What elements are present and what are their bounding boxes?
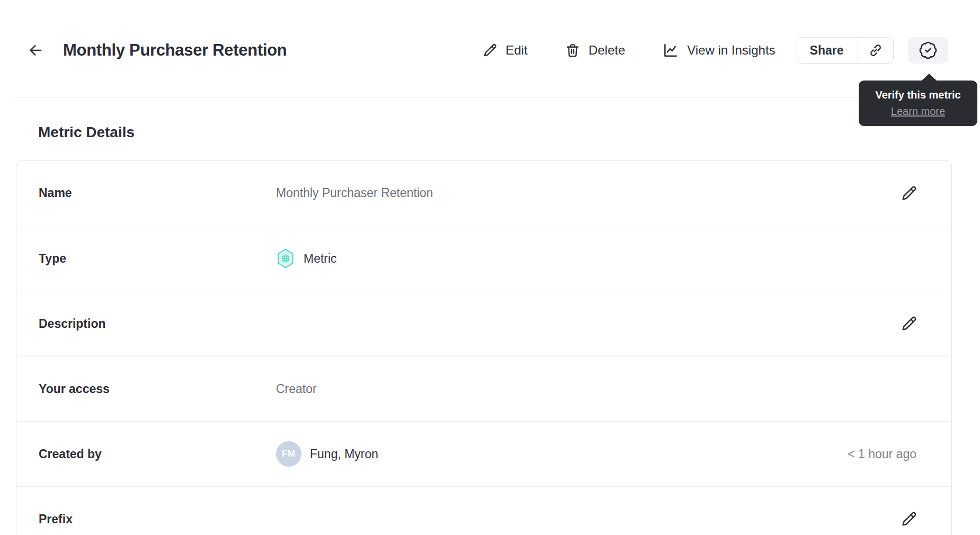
toolbar: Edit Delete View in Insights Share	[482, 37, 948, 64]
row-label: Your access	[39, 382, 276, 396]
tooltip-arrow	[921, 74, 937, 81]
detail-row-created-by: Created by FM Fung, Myron < 1 hour ago	[16, 421, 951, 486]
metric-details-card: Name Monthly Purchaser Retention Type	[16, 160, 952, 535]
your-access-value: Creator	[276, 382, 317, 396]
line-chart-icon	[662, 42, 679, 59]
created-by-value: Fung, Myron	[310, 447, 378, 461]
view-in-insights-label: View in Insights	[687, 43, 775, 58]
copy-link-button[interactable]	[858, 38, 893, 63]
detail-row-name: Name Monthly Purchaser Retention	[16, 160, 951, 226]
row-label: Type	[39, 252, 276, 266]
detail-row-your-access: Your access Creator	[16, 356, 951, 421]
page-header: Monthly Purchaser Retention Edit Delete …	[0, 0, 980, 97]
edit-label: Edit	[506, 43, 528, 58]
detail-row-prefix: Prefix	[16, 486, 951, 535]
pencil-icon	[900, 315, 918, 333]
page-title: Monthly Purchaser Retention	[63, 41, 287, 60]
edit-prefix-button[interactable]	[897, 507, 921, 531]
delete-button[interactable]: Delete	[565, 42, 625, 58]
name-value: Monthly Purchaser Retention	[276, 186, 433, 200]
pencil-icon	[900, 510, 918, 528]
view-in-insights-button[interactable]: View in Insights	[662, 42, 775, 59]
share-button[interactable]: Share	[796, 38, 858, 63]
tooltip-title: Verify this metric	[865, 88, 971, 101]
pencil-icon	[900, 184, 918, 202]
row-label: Created by	[39, 447, 276, 461]
learn-more-link[interactable]: Learn more	[891, 105, 945, 118]
created-time: < 1 hour ago	[848, 447, 921, 461]
detail-row-description: Description	[16, 291, 951, 356]
row-label: Name	[39, 186, 276, 200]
verify-tooltip: Verify this metric Learn more	[859, 81, 977, 126]
detail-row-type: Type Metric	[16, 226, 951, 291]
row-label: Prefix	[39, 512, 276, 527]
back-button[interactable]	[25, 40, 46, 61]
verify-metric-button[interactable]	[908, 37, 948, 64]
link-icon	[868, 42, 884, 58]
type-value: Metric	[304, 252, 337, 266]
edit-name-button[interactable]	[897, 182, 921, 205]
edit-description-button[interactable]	[897, 312, 921, 335]
pencil-icon	[482, 42, 498, 58]
trash-icon	[565, 42, 581, 58]
verified-badge-icon	[919, 41, 938, 60]
header-divider	[15, 97, 980, 98]
edit-button[interactable]: Edit	[482, 42, 528, 58]
row-label: Description	[39, 317, 276, 331]
delete-label: Delete	[589, 43, 625, 58]
arrow-left-icon	[27, 42, 44, 59]
section-title: Metric Details	[38, 124, 980, 141]
avatar: FM	[276, 441, 301, 467]
share-button-group: Share	[796, 37, 894, 64]
metric-hexagon-icon	[276, 248, 295, 269]
